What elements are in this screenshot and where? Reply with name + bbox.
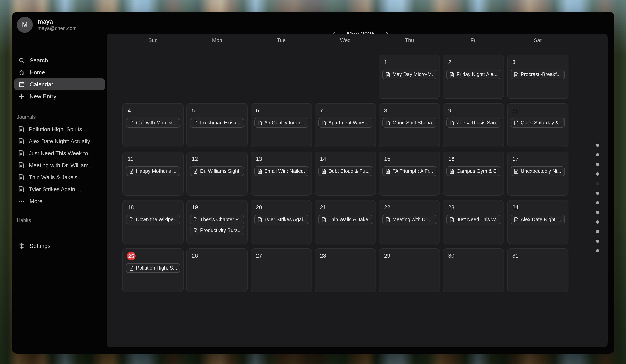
calendar-day-cell[interactable]: 26 (187, 248, 248, 292)
calendar-day-cell[interactable]: 3 Procrasti-Breakf... (507, 55, 568, 99)
journal-entry-chip[interactable]: Happy Mother's ... (126, 166, 180, 176)
calendar-day-cell[interactable]: 6 Air Quality Index:... (251, 103, 312, 147)
day-number: 23 (448, 204, 454, 210)
journal-item[interactable]: Pollution High, Spirits... (14, 123, 105, 135)
journal-entry-chip[interactable]: Campus Gym & C... (447, 166, 501, 176)
journal-entry-chip[interactable]: Meeting with Dr. ... (382, 215, 436, 224)
entry-label: Down the Wikipe... (136, 217, 177, 222)
journal-item-label: Alex Date Night: Actually... (29, 138, 94, 144)
month-dot[interactable] (596, 240, 599, 243)
journal-entry-chip[interactable]: Thin Walls & Jake... (318, 215, 372, 224)
month-dot[interactable] (596, 163, 599, 166)
journal-entry-chip[interactable]: Quiet Saturday & ... (511, 118, 565, 128)
calendar-day-cell[interactable]: 23 Just Need This W... (443, 200, 504, 244)
journal-entry-chip[interactable]: Unexpectedly Ni... (511, 166, 565, 176)
calendar-day-cell[interactable]: 30 (443, 248, 504, 292)
calendar-day-cell[interactable]: 19 Thesis Chapter P... Productivity Burs… (187, 200, 248, 244)
journal-entry-chip[interactable]: Pollution High, S... (126, 263, 180, 273)
day-number: 13 (256, 156, 262, 162)
calendar-day-cell[interactable]: 5 Freshman Existe... (187, 103, 248, 147)
journal-entry-chip[interactable]: Procrasti-Breakf... (511, 70, 565, 79)
calendar-day-cell[interactable]: 12 Dr. Williams Sight... (187, 152, 248, 196)
calendar-day-cell[interactable]: 13 Small Win: Nailed... (251, 152, 312, 196)
calendar-day-cell[interactable]: 20 Tyler Strikes Agai... (251, 200, 312, 244)
month-dot[interactable] (596, 182, 599, 185)
calendar-day-cell[interactable]: 10 Quiet Saturday & ... (507, 103, 568, 147)
sidebar-item-settings[interactable]: Settings (14, 240, 113, 252)
calendar-day-cell[interactable]: 8 Grind Shift Shena... (379, 103, 440, 147)
journal-entry-chip[interactable]: Call with Mom & t... (126, 118, 180, 128)
calendar-day-cell[interactable]: 29 (379, 248, 440, 292)
calendar-day-cell[interactable]: 15 TA Triumph: A Fr... (379, 152, 440, 196)
day-number: 14 (320, 156, 326, 162)
entry-label: Apartment Woes:... (328, 120, 369, 126)
journal-item[interactable]: Alex Date Night: Actually... (14, 135, 105, 147)
calendar-day-cell[interactable]: 9 Zoe = Thesis San... (443, 103, 504, 147)
journal-item-label: Meeting with Dr. William... (29, 162, 93, 168)
journal-entry-chip[interactable]: Dr. Williams Sight... (190, 166, 244, 176)
journal-entry-chip[interactable]: Productivity Burs... (190, 226, 244, 235)
journal-entry-chip[interactable]: Freshman Existe... (190, 118, 244, 128)
calendar-day-cell[interactable]: 16 Campus Gym & C... (443, 152, 504, 196)
journal-item-label: Tyler Strikes Again:... (29, 186, 81, 192)
month-dot[interactable] (596, 201, 599, 204)
document-icon (257, 120, 262, 125)
document-icon (386, 169, 390, 174)
calendar-day-cell[interactable]: 18 Down the Wikipe... (122, 200, 184, 244)
entry-label: Productivity Burs... (200, 228, 241, 233)
sidebar-item-new-entry[interactable]: New Entry (14, 90, 105, 102)
document-icon (322, 120, 326, 125)
calendar-day-cell[interactable]: 22 Meeting with Dr. ... (379, 200, 440, 244)
calendar-day-cell[interactable]: 17 Unexpectedly Ni... (507, 152, 568, 196)
journal-entry-chip[interactable]: Air Quality Index:... (254, 118, 308, 128)
journal-entry-chip[interactable]: Alex Date Night: ... (511, 215, 565, 224)
calendar-day-cell[interactable]: 27 (251, 248, 312, 292)
day-number: 11 (128, 156, 133, 162)
weekday-header: Sun (122, 37, 184, 43)
journal-item[interactable]: Tyler Strikes Again:... (14, 183, 105, 195)
sidebar-item-search[interactable]: Search (14, 54, 105, 66)
journal-entry-chip[interactable]: Zoe = Thesis San... (447, 118, 501, 128)
journals-more-button[interactable]: More (14, 195, 105, 207)
day-entries: Unexpectedly Ni... (511, 166, 565, 176)
user-profile[interactable]: M maya maya@chen.com (17, 17, 77, 33)
journal-item[interactable]: Just Need This Week to... (14, 147, 105, 159)
calendar-grid: 1 May Day Micro-M... 2 Friday Night: Ale… (122, 55, 568, 292)
journal-entry-chip[interactable]: Debt Cloud & Fut... (318, 166, 372, 176)
calendar-day-cell[interactable]: 1 May Day Micro-M... (379, 55, 440, 99)
entry-label: Meeting with Dr. ... (392, 217, 433, 222)
calendar-day-cell[interactable]: 11 Happy Mother's ... (122, 152, 184, 196)
month-dot[interactable] (596, 172, 599, 175)
journal-entry-chip[interactable]: Thesis Chapter P... (190, 215, 244, 224)
journal-entry-chip[interactable]: Apartment Woes:... (318, 118, 372, 128)
calendar-day-cell[interactable]: 25 Pollution High, S... (122, 248, 184, 292)
calendar-day-cell[interactable]: 24 Alex Date Night: ... (507, 200, 568, 244)
journal-entry-chip[interactable]: Friday Night: Ale... (447, 70, 501, 79)
journal-entry-chip[interactable]: May Day Micro-M... (382, 70, 436, 79)
journal-item[interactable]: Meeting with Dr. William... (14, 159, 105, 171)
journal-entry-chip[interactable]: Down the Wikipe... (126, 215, 180, 224)
month-dot[interactable] (596, 220, 599, 223)
journal-entry-chip[interactable]: Grind Shift Shena... (382, 118, 436, 128)
calendar-day-cell[interactable]: 31 (507, 248, 568, 292)
journal-entry-chip[interactable]: Small Win: Nailed... (254, 166, 308, 176)
month-dot[interactable] (596, 230, 599, 233)
month-dot[interactable] (596, 249, 599, 252)
calendar-day-cell[interactable]: 7 Apartment Woes:... (315, 103, 376, 147)
journal-entry-chip[interactable]: Tyler Strikes Agai... (254, 215, 308, 224)
sidebar-item-calendar[interactable]: Calendar (14, 79, 105, 90)
calendar-day-cell[interactable]: 4 Call with Mom & t... (122, 103, 184, 147)
sidebar-item-home[interactable]: Home (14, 66, 105, 79)
journal-item[interactable]: Thin Walls & Jake's... (14, 171, 105, 183)
calendar-day-cell[interactable]: 2 Friday Night: Ale... (443, 55, 504, 99)
month-dot[interactable] (596, 153, 599, 156)
calendar-day-cell[interactable]: 14 Debt Cloud & Fut... (315, 152, 376, 196)
month-dot[interactable] (596, 192, 599, 195)
month-dot[interactable] (596, 211, 599, 214)
journal-entry-chip[interactable]: TA Triumph: A Fr... (382, 166, 436, 176)
calendar-day-cell[interactable]: 21 Thin Walls & Jake... (315, 200, 376, 244)
day-entries: Happy Mother's ... (126, 166, 180, 176)
journal-entry-chip[interactable]: Just Need This W... (447, 215, 501, 224)
month-dot[interactable] (596, 144, 599, 147)
calendar-day-cell[interactable]: 28 (315, 248, 376, 292)
